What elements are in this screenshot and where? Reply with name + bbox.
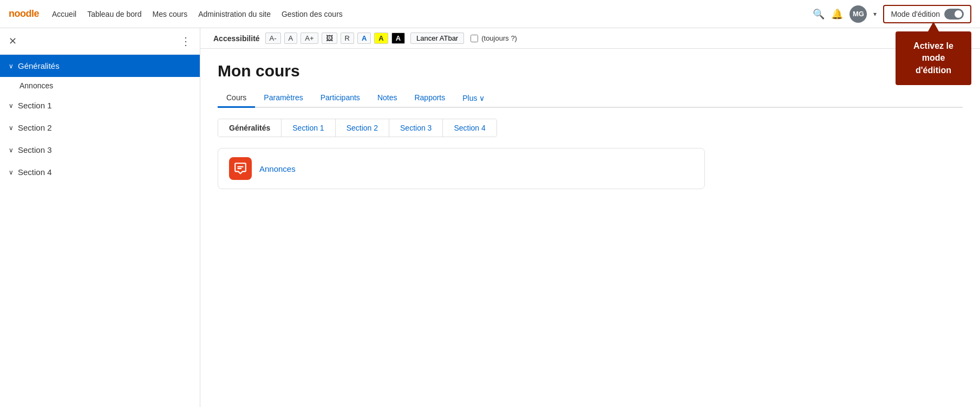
acc-launch-atbar[interactable]: Lancer ATbar <box>410 33 464 44</box>
section-tab-3[interactable]: Section 3 <box>389 119 443 137</box>
sidebar-section2-label: Section 2 <box>18 123 52 132</box>
sidebar-section3-label: Section 3 <box>18 145 52 154</box>
annonces-icon <box>229 157 252 180</box>
nav-gestion-cours[interactable]: Gestion des cours <box>282 10 343 18</box>
sidebar-section1-label: Section 1 <box>18 101 52 110</box>
tooltip-arrow <box>928 22 939 31</box>
accessibility-label: Accessibilité <box>213 34 260 43</box>
top-nav: noodle Accueil Tableau de bord Mes cours… <box>0 0 980 28</box>
page-title: Mon cours <box>218 62 963 80</box>
sidebar-header: ✕ ⋮ <box>0 28 200 55</box>
annonces-link[interactable]: Annonces <box>259 164 296 173</box>
accessibility-bar: Accessibilité A- A A+ 🖼 R A A A Lancer A… <box>200 28 980 49</box>
menu-dots-icon[interactable]: ⋮ <box>180 35 191 48</box>
sidebar-generalites-label: Généralités <box>18 61 60 70</box>
logo: noodle <box>9 8 39 20</box>
tab-participants[interactable]: Participants <box>312 89 369 108</box>
chevron-down-icon: ∨ <box>9 169 14 176</box>
svg-rect-0 <box>238 166 244 167</box>
section-tabs: Généralités Section 1 Section 2 Section … <box>218 119 497 137</box>
tab-rapports[interactable]: Rapports <box>406 89 454 108</box>
nav-tableau-de-bord[interactable]: Tableau de bord <box>87 10 141 18</box>
chevron-down-icon: ∨ <box>9 102 14 109</box>
acc-always-checkbox[interactable] <box>471 35 478 42</box>
chevron-down-icon: ∨ <box>9 146 14 154</box>
sidebar-item-generalites[interactable]: ∨ Généralités <box>0 55 200 77</box>
mode-edition-label: Mode d'édition <box>891 10 940 18</box>
sidebar-section4-label: Section 4 <box>18 167 52 177</box>
nav-links: Accueil Tableau de bord Mes cours Admini… <box>52 10 813 18</box>
acc-black-bg[interactable]: A <box>391 33 405 44</box>
tab-parametres[interactable]: Paramètres <box>255 89 311 108</box>
tab-plus[interactable]: Plus ∨ <box>454 89 493 107</box>
section-tab-generalites[interactable]: Généralités <box>218 119 282 137</box>
page-content: Mon cours Cours Paramètres Participants … <box>200 49 980 202</box>
acc-size-increase[interactable]: A+ <box>300 33 318 44</box>
svg-rect-1 <box>238 168 242 169</box>
nav-administration[interactable]: Administration du site <box>198 10 271 18</box>
mode-edition-button[interactable]: Mode d'édition <box>883 5 971 23</box>
tooltip-line1: Activez le <box>913 41 953 50</box>
section-tab-4[interactable]: Section 4 <box>443 119 496 137</box>
search-icon[interactable]: 🔍 <box>813 8 825 20</box>
sidebar-item-section4[interactable]: ∨ Section 4 <box>0 161 200 183</box>
avatar[interactable]: MG <box>850 5 867 23</box>
acc-image[interactable]: 🖼 <box>322 33 337 44</box>
sidebar: ✕ ⋮ ∨ Généralités Annonces ∨ Section 1 ∨… <box>0 28 200 407</box>
tab-notes[interactable]: Notes <box>369 89 406 108</box>
tooltip-line3: d'édition <box>916 66 951 75</box>
acc-size-normal[interactable]: A <box>284 33 298 44</box>
acc-size-decrease[interactable]: A- <box>265 33 281 44</box>
acc-always-label: (toujours ?) <box>481 34 517 42</box>
nav-accueil[interactable]: Accueil <box>52 10 76 18</box>
edition-toggle[interactable] <box>944 9 964 20</box>
main-tabs: Cours Paramètres Participants Notes Rapp… <box>218 89 963 108</box>
acc-yellow-bg[interactable]: A <box>374 33 388 44</box>
tooltip-line2: mode <box>922 53 945 62</box>
content-area: Accessibilité A- A A+ 🖼 R A A A Lancer A… <box>200 28 980 407</box>
section-tab-1[interactable]: Section 1 <box>282 119 335 137</box>
course-section: Annonces <box>218 148 963 189</box>
bell-icon[interactable]: 🔔 <box>831 8 843 20</box>
close-icon[interactable]: ✕ <box>9 35 17 47</box>
sidebar-subitem-annonces[interactable]: Annonces <box>0 77 200 94</box>
main-layout: ✕ ⋮ ∨ Généralités Annonces ∨ Section 1 ∨… <box>0 28 980 407</box>
nav-right: 🔍 🔔 MG ▾ Mode d'édition <box>813 5 971 23</box>
tooltip-box: Activez le mode d'édition <box>896 31 971 85</box>
acc-blue-text[interactable]: A <box>357 33 371 44</box>
chevron-down-icon: ∨ <box>9 62 14 70</box>
acc-reset[interactable]: R <box>341 33 354 44</box>
tab-cours[interactable]: Cours <box>218 89 255 108</box>
activity-card: Annonces <box>218 148 705 189</box>
chevron-down-icon: ∨ <box>9 124 14 132</box>
avatar-chevron-icon[interactable]: ▾ <box>873 10 877 18</box>
sidebar-item-section2[interactable]: ∨ Section 2 <box>0 117 200 139</box>
section-tab-2[interactable]: Section 2 <box>336 119 389 137</box>
sidebar-item-section3[interactable]: ∨ Section 3 <box>0 139 200 161</box>
sidebar-item-section1[interactable]: ∨ Section 1 <box>0 94 200 117</box>
nav-mes-cours[interactable]: Mes cours <box>153 10 188 18</box>
